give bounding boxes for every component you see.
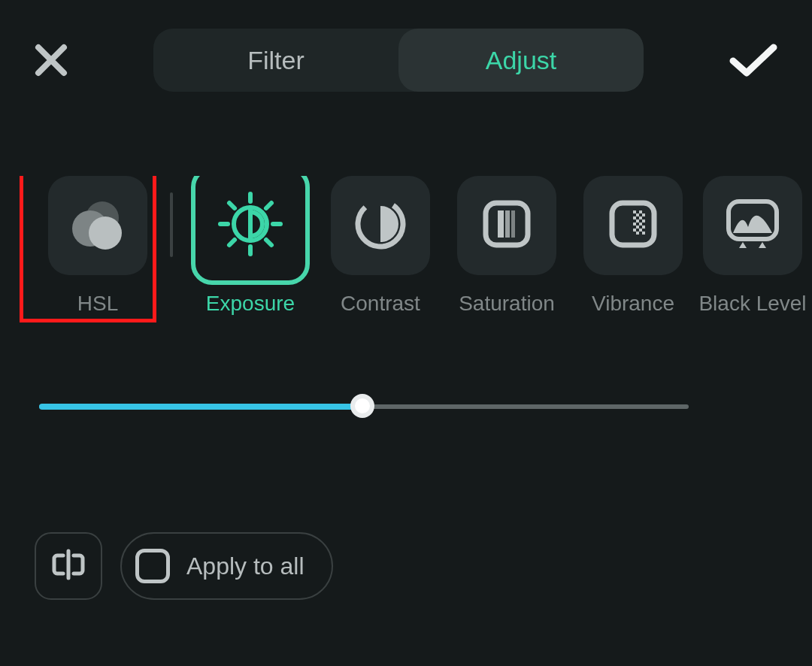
tool-label: Black Level (698, 292, 806, 316)
svg-rect-28 (639, 223, 642, 226)
tool-saturation[interactable]: Saturation (444, 176, 570, 316)
adjustment-tool-row[interactable]: HSL (0, 176, 812, 349)
tool-black-level[interactable]: Black Level (696, 176, 809, 316)
svg-rect-17 (511, 210, 515, 238)
tool-label: Saturation (459, 292, 555, 316)
svg-line-10 (266, 240, 271, 245)
svg-line-12 (229, 240, 235, 245)
svg-rect-26 (642, 219, 645, 223)
tool-hsl[interactable]: HSL (35, 176, 161, 316)
slider-fill (39, 404, 362, 410)
tool-label: HSL (77, 292, 118, 316)
tool-label: Exposure (206, 292, 295, 316)
svg-rect-21 (636, 213, 639, 216)
tool-vibrance[interactable]: Vibrance (570, 176, 696, 316)
tool-label: Contrast (341, 292, 420, 316)
apply-to-all-label: Apply to all (186, 552, 304, 580)
svg-rect-16 (505, 210, 510, 238)
svg-rect-27 (633, 223, 636, 226)
tool-contrast[interactable]: Contrast (317, 176, 444, 316)
svg-rect-33 (636, 232, 639, 235)
svg-rect-24 (639, 216, 642, 219)
checkbox-icon (135, 549, 170, 583)
svg-rect-15 (498, 210, 504, 238)
vibrance-icon (604, 195, 662, 256)
svg-rect-34 (642, 232, 645, 235)
close-icon[interactable] (34, 43, 68, 77)
black-level-icon (723, 194, 783, 257)
compare-button[interactable] (35, 532, 102, 600)
apply-to-all-button[interactable]: Apply to all (120, 532, 333, 600)
adjustment-slider[interactable] (0, 391, 812, 421)
svg-rect-32 (639, 229, 642, 232)
tool-exposure[interactable]: Exposure (183, 176, 317, 316)
svg-rect-19 (633, 210, 636, 213)
svg-rect-22 (642, 213, 645, 216)
svg-rect-31 (633, 229, 636, 232)
mode-tabs: Filter Adjust (153, 29, 644, 92)
tab-filter[interactable]: Filter (153, 29, 398, 92)
divider (170, 192, 173, 257)
svg-rect-23 (633, 216, 636, 219)
svg-rect-25 (636, 219, 639, 223)
svg-marker-37 (759, 242, 766, 248)
tool-label: Vibrance (592, 292, 674, 316)
tab-adjust[interactable]: Adjust (398, 29, 644, 92)
confirm-icon[interactable] (729, 43, 778, 77)
svg-rect-20 (639, 210, 642, 213)
svg-line-9 (229, 203, 235, 208)
svg-rect-29 (636, 226, 639, 229)
slider-thumb[interactable] (350, 394, 374, 418)
exposure-icon (213, 186, 288, 265)
svg-point-2 (89, 216, 122, 250)
compare-icon (50, 548, 87, 584)
svg-rect-30 (642, 226, 645, 229)
svg-marker-36 (739, 242, 747, 248)
hsl-icon (66, 195, 129, 256)
saturation-icon (478, 195, 535, 256)
svg-line-11 (266, 203, 271, 208)
contrast-icon (352, 195, 409, 256)
